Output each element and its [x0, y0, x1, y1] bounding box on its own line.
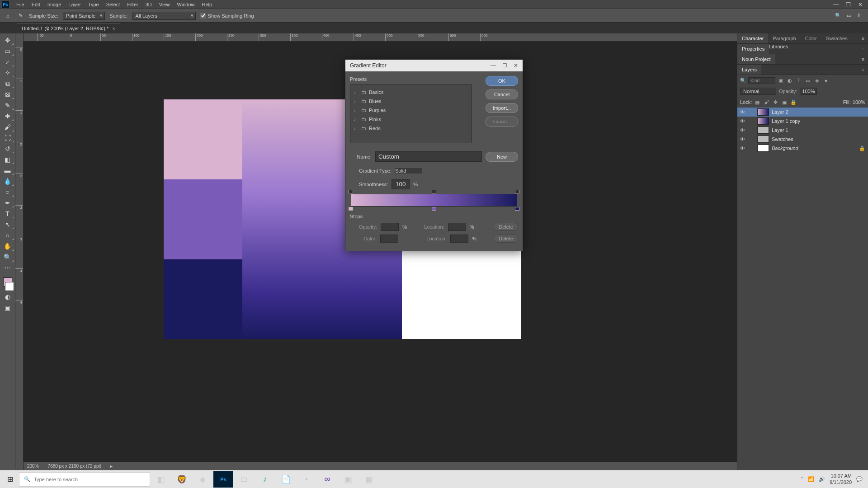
- new-button[interactable]: New: [486, 152, 518, 162]
- layer-row[interactable]: 👁 Layer 1 copy: [737, 117, 868, 126]
- dialog-maximize-icon[interactable]: ☐: [502, 62, 507, 69]
- path-select-tool[interactable]: ↖: [1, 220, 14, 230]
- status-arrow-icon[interactable]: ▸: [110, 464, 113, 469]
- shape-tool[interactable]: ○: [1, 230, 14, 240]
- task-view-icon[interactable]: ◧: [151, 471, 171, 488]
- gradient-name-input[interactable]: [375, 151, 482, 162]
- gradient-type-select[interactable]: Solid: [395, 168, 422, 174]
- hand-tool[interactable]: ✋: [1, 241, 14, 251]
- move-tool[interactable]: ✥: [1, 35, 14, 45]
- tab-noun-project[interactable]: Noun Project: [737, 54, 775, 64]
- menu-filter[interactable]: Filter: [123, 1, 142, 8]
- preset-folder[interactable]: ›🗀Reds: [353, 124, 469, 133]
- tab-paragraph[interactable]: Paragraph: [768, 33, 800, 43]
- color-stop[interactable]: [349, 207, 353, 211]
- menu-window[interactable]: Window: [173, 1, 198, 8]
- tab-layers[interactable]: Layers: [737, 65, 761, 75]
- filter-toggle-icon[interactable]: ●: [822, 77, 830, 84]
- tray-clock[interactable]: 10:07 AM 9/11/2020: [830, 473, 852, 485]
- zoom-level[interactable]: 200%: [27, 464, 39, 469]
- layer-thumbnail[interactable]: [757, 117, 769, 125]
- taskbar-search[interactable]: 🔍 Type here to search: [19, 472, 150, 487]
- share-icon[interactable]: ⇪: [857, 13, 861, 19]
- layer-name[interactable]: Swatches: [772, 136, 793, 142]
- blend-mode-select[interactable]: Normal: [740, 88, 776, 95]
- panel-menu-icon[interactable]: ≡: [858, 33, 868, 43]
- lock-all-icon[interactable]: 🔒: [790, 99, 797, 106]
- gradient-bar[interactable]: [351, 194, 517, 206]
- opacity-value[interactable]: 100%: [800, 88, 817, 95]
- visibility-icon[interactable]: 👁: [740, 109, 746, 115]
- dialog-close-icon[interactable]: ✕: [514, 62, 518, 69]
- menu-layer[interactable]: Layer: [65, 1, 85, 8]
- filter-shape-icon[interactable]: ▭: [804, 77, 811, 84]
- background-color[interactable]: [5, 282, 14, 291]
- home-icon[interactable]: ⌂: [4, 12, 12, 20]
- taskbar-app-photoshop[interactable]: Ps: [213, 471, 233, 488]
- taskbar-app-unity[interactable]: ◈: [193, 471, 212, 488]
- menu-3d[interactable]: 3D: [142, 1, 156, 8]
- show-sampling-ring-checkbox[interactable]: [200, 13, 206, 19]
- window-close-icon[interactable]: ✕: [858, 1, 863, 8]
- taskbar-app-spotify[interactable]: ♪: [255, 471, 275, 488]
- tab-properties[interactable]: Properties: [737, 44, 769, 54]
- taskbar-app-terminal[interactable]: ▪: [297, 471, 316, 488]
- preset-folder[interactable]: ›🗀Basics: [353, 88, 469, 97]
- panel-menu-icon[interactable]: ≡: [858, 65, 868, 75]
- tray-notifications-icon[interactable]: 💬: [856, 476, 863, 482]
- fill-value[interactable]: 100%: [853, 99, 865, 105]
- dialog-minimize-icon[interactable]: —: [491, 62, 496, 69]
- blur-tool[interactable]: 💧: [1, 176, 14, 186]
- screen-mode-tool[interactable]: ▣: [1, 303, 14, 313]
- brush-tool[interactable]: 🖌: [1, 122, 14, 132]
- taskbar-app-brave[interactable]: 🦁: [172, 471, 192, 488]
- lasso-tool[interactable]: ⟀: [1, 57, 14, 67]
- tray-volume-icon[interactable]: 🔊: [819, 476, 825, 482]
- layer-name[interactable]: Layer 1: [772, 127, 788, 133]
- filter-search-icon[interactable]: 🔍: [740, 78, 746, 84]
- quick-mask-tool[interactable]: ◐: [1, 292, 14, 302]
- layer-name[interactable]: Layer 1 copy: [772, 118, 800, 124]
- document-tab[interactable]: Untitled-1 @ 200% (Layer 2, RGB/8#) * ×: [17, 23, 120, 33]
- color-stop[interactable]: [432, 207, 436, 211]
- filter-type-icon[interactable]: T: [795, 77, 802, 84]
- layer-row[interactable]: 👁 Swatches: [737, 135, 868, 144]
- clone-stamp-tool[interactable]: ⛶: [1, 133, 14, 143]
- preset-folder[interactable]: ›🗀Pinks: [353, 115, 469, 124]
- tray-chevron-icon[interactable]: ˄: [801, 476, 803, 482]
- menu-select[interactable]: Select: [103, 1, 124, 8]
- visibility-icon[interactable]: 👁: [740, 145, 746, 151]
- color-stop[interactable]: [515, 207, 519, 211]
- menu-image[interactable]: Image: [44, 1, 65, 8]
- layer-row[interactable]: 👁 Layer 2: [737, 108, 868, 117]
- dodge-tool[interactable]: ○: [1, 187, 14, 197]
- lock-pixels-icon[interactable]: 🖌: [763, 99, 770, 106]
- workspace-icon[interactable]: ▭: [847, 13, 851, 19]
- taskbar-app-calc[interactable]: ▦: [359, 471, 379, 488]
- eyedropper-tool-icon[interactable]: ✎: [16, 12, 24, 20]
- opacity-stop[interactable]: [349, 190, 353, 193]
- taskbar-app-vs[interactable]: ∞: [317, 471, 337, 488]
- menu-view[interactable]: View: [156, 1, 174, 8]
- dialog-titlebar[interactable]: Gradient Editor — ☐ ✕: [345, 60, 523, 71]
- layer-thumbnail[interactable]: [757, 136, 769, 143]
- import-button[interactable]: Import...: [486, 103, 518, 113]
- sample-select[interactable]: All Layers: [132, 12, 196, 20]
- marquee-tool[interactable]: ▭: [1, 46, 14, 56]
- gradient-tool[interactable]: ▬: [1, 165, 14, 175]
- frame-tool[interactable]: ⊠: [1, 89, 14, 99]
- preset-folder[interactable]: ›🗀Blues: [353, 97, 469, 106]
- tab-character[interactable]: Character: [737, 33, 768, 43]
- panel-menu-icon[interactable]: ≡: [858, 44, 868, 54]
- lock-transparent-icon[interactable]: ▦: [754, 99, 761, 106]
- menu-type[interactable]: Type: [85, 1, 103, 8]
- tab-swatches[interactable]: Swatches: [821, 33, 852, 43]
- window-restore-icon[interactable]: ❐: [846, 1, 851, 8]
- export-button[interactable]: Export...: [486, 117, 518, 127]
- delete-stop-button[interactable]: Delete: [494, 223, 518, 231]
- stop-location-input[interactable]: [450, 235, 468, 243]
- tab-color[interactable]: Color: [801, 33, 821, 43]
- layer-thumbnail[interactable]: [757, 127, 769, 134]
- panel-menu-icon[interactable]: ≡: [858, 54, 868, 64]
- zoom-tool[interactable]: 🔍: [1, 252, 14, 262]
